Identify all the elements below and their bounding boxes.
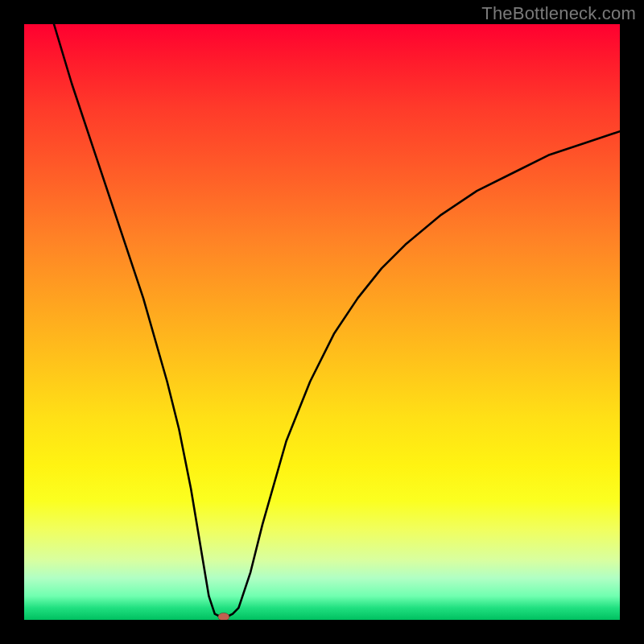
- chart-frame: TheBottleneck.com: [0, 0, 644, 644]
- bottleneck-curve: [54, 24, 620, 617]
- optimal-point-dot: [218, 613, 229, 620]
- plot-area: [24, 24, 620, 620]
- curve-layer: [24, 24, 620, 620]
- watermark-text: TheBottleneck.com: [481, 3, 636, 24]
